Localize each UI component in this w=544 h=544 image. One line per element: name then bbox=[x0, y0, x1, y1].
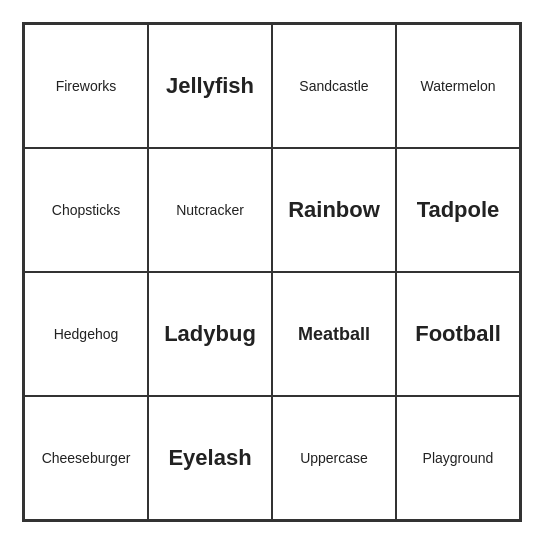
bingo-cell-2: Sandcastle bbox=[272, 24, 396, 148]
bingo-cell-8: Hedgehog bbox=[24, 272, 148, 396]
bingo-cell-15: Playground bbox=[396, 396, 520, 520]
bingo-cell-13: Eyelash bbox=[148, 396, 272, 520]
bingo-grid: FireworksJellyfishSandcastleWatermelonCh… bbox=[22, 22, 522, 522]
bingo-cell-14: Uppercase bbox=[272, 396, 396, 520]
bingo-cell-11: Football bbox=[396, 272, 520, 396]
bingo-cell-12: Cheeseburger bbox=[24, 396, 148, 520]
bingo-cell-6: Rainbow bbox=[272, 148, 396, 272]
bingo-cell-1: Jellyfish bbox=[148, 24, 272, 148]
bingo-cell-9: Ladybug bbox=[148, 272, 272, 396]
bingo-cell-5: Nutcracker bbox=[148, 148, 272, 272]
bingo-cell-7: Tadpole bbox=[396, 148, 520, 272]
bingo-cell-3: Watermelon bbox=[396, 24, 520, 148]
bingo-cell-10: Meatball bbox=[272, 272, 396, 396]
bingo-cell-4: Chopsticks bbox=[24, 148, 148, 272]
bingo-cell-0: Fireworks bbox=[24, 24, 148, 148]
